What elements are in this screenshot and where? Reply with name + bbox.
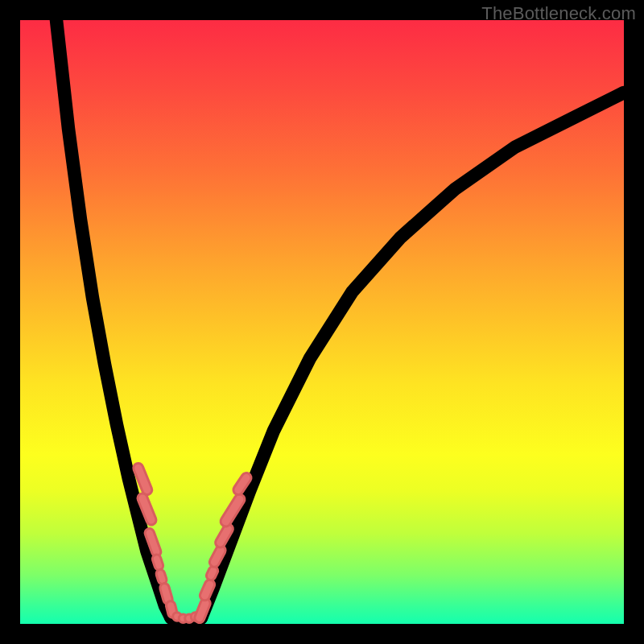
plot-area [20,20,624,624]
curve-layer [20,20,624,624]
curve-right-branch [201,93,624,618]
curve-left-branch [56,20,171,618]
chart-frame: TheBottleneck.com [0,0,644,644]
